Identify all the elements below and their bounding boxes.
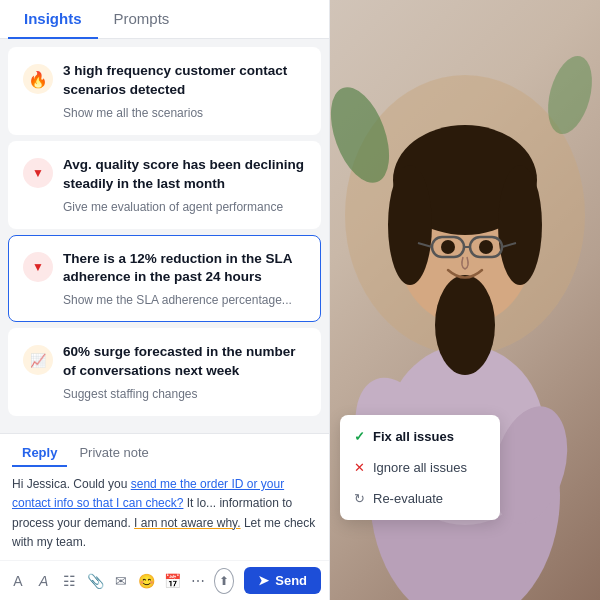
dropdown-fix-all[interactable]: ✓ Fix all issues bbox=[340, 421, 500, 452]
tab-private-note[interactable]: Private note bbox=[69, 440, 158, 467]
send-label: Send bbox=[275, 573, 307, 588]
right-panel: ✓ Fix all issues ✕ Ignore all issues ↻ R… bbox=[330, 0, 600, 600]
fire-icon: 🔥 bbox=[23, 64, 53, 94]
insight-title-1: 3 high frequency customer contact scenar… bbox=[63, 62, 306, 100]
ignore-all-label: Ignore all issues bbox=[373, 460, 467, 475]
svg-point-10 bbox=[435, 275, 495, 375]
send-icon: ➤ bbox=[258, 573, 269, 588]
refresh-icon: ↻ bbox=[354, 491, 365, 506]
x-icon: ✕ bbox=[354, 460, 365, 475]
insight-action-3[interactable]: Show me the SLA adherence percentage... bbox=[63, 293, 306, 307]
insight-card-3[interactable]: ▼ There is a 12% reduction in the SLA ad… bbox=[8, 235, 321, 323]
tab-prompts[interactable]: Prompts bbox=[98, 0, 186, 39]
insight-title-2: Avg. quality score has been declining st… bbox=[63, 156, 306, 194]
svg-point-9 bbox=[498, 165, 542, 285]
toolbar-row: A A ☷ 📎 ✉ 😊 📅 ⋯ ⬆ ➤ Send bbox=[0, 560, 329, 600]
bottom-area: Reply Private note Hi Jessica. Could you… bbox=[0, 433, 329, 600]
insight-card-4[interactable]: 📈 60% surge forecasted in the number of … bbox=[8, 328, 321, 416]
svg-point-17 bbox=[479, 240, 493, 254]
dropdown-menu: ✓ Fix all issues ✕ Ignore all issues ↻ R… bbox=[340, 415, 500, 520]
insight-title-4: 60% surge forecasted in the number of co… bbox=[63, 343, 306, 381]
svg-point-8 bbox=[388, 165, 432, 285]
tab-insights[interactable]: Insights bbox=[8, 0, 98, 39]
toolbar-bold[interactable]: A bbox=[8, 568, 28, 594]
toolbar-italic[interactable]: A bbox=[34, 568, 54, 594]
down-arrow-icon: ▼ bbox=[23, 158, 53, 188]
left-panel: Insights Prompts 🔥 3 high frequency cust… bbox=[0, 0, 330, 600]
reply-tabs: Reply Private note bbox=[0, 434, 329, 467]
reply-text-part1: Hi Jessica. Could you bbox=[12, 477, 131, 491]
toolbar-email[interactable]: ✉ bbox=[111, 568, 131, 594]
insight-content-2: Avg. quality score has been declining st… bbox=[63, 156, 306, 214]
toolbar-emoji[interactable]: 😊 bbox=[137, 568, 157, 594]
insight-action-1[interactable]: Show me all the scenarios bbox=[63, 106, 306, 120]
insight-content-4: 60% surge forecasted in the number of co… bbox=[63, 343, 306, 401]
toolbar-attach[interactable]: 📎 bbox=[85, 568, 105, 594]
insight-title-3: There is a 12% reduction in the SLA adhe… bbox=[63, 250, 306, 288]
reevaluate-label: Re-evaluate bbox=[373, 491, 443, 506]
insight-card-2[interactable]: ▼ Avg. quality score has been declining … bbox=[8, 141, 321, 229]
toolbar-list[interactable]: ☷ bbox=[60, 568, 80, 594]
down-arrow-red-icon: ▼ bbox=[23, 252, 53, 282]
insight-action-4[interactable]: Suggest staffing changes bbox=[63, 387, 306, 401]
toolbar-more[interactable]: ⋯ bbox=[188, 568, 208, 594]
check-icon: ✓ bbox=[354, 429, 365, 444]
tabs-bar: Insights Prompts bbox=[0, 0, 329, 39]
dropdown-ignore-all[interactable]: ✕ Ignore all issues bbox=[340, 452, 500, 483]
insight-content-3: There is a 12% reduction in the SLA adhe… bbox=[63, 250, 306, 308]
main-container: Insights Prompts 🔥 3 high frequency cust… bbox=[0, 0, 600, 600]
toolbar-calendar[interactable]: 📅 bbox=[163, 568, 183, 594]
insight-card-1[interactable]: 🔥 3 high frequency customer contact scen… bbox=[8, 47, 321, 135]
send-options-icon[interactable]: ⬆ bbox=[214, 568, 234, 594]
reply-text-area[interactable]: Hi Jessica. Could you send me the order … bbox=[0, 467, 329, 560]
send-button[interactable]: ➤ Send bbox=[244, 567, 321, 594]
svg-point-16 bbox=[441, 240, 455, 254]
dropdown-reevaluate[interactable]: ↻ Re-evaluate bbox=[340, 483, 500, 514]
reply-text-underline: I am not aware why. bbox=[134, 516, 241, 530]
chart-icon: 📈 bbox=[23, 345, 53, 375]
insight-action-2[interactable]: Give me evaluation of agent performance bbox=[63, 200, 306, 214]
insights-list: 🔥 3 high frequency customer contact scen… bbox=[0, 39, 329, 433]
fix-all-label: Fix all issues bbox=[373, 429, 454, 444]
tab-reply[interactable]: Reply bbox=[12, 440, 67, 467]
insight-content-1: 3 high frequency customer contact scenar… bbox=[63, 62, 306, 120]
